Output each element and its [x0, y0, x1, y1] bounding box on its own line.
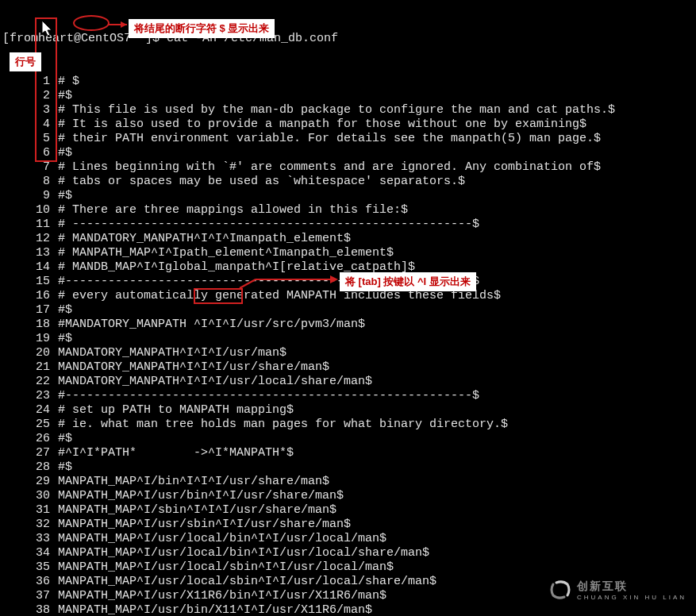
- line-content: #^I^I*PATH* ->^I*MANPATH*$: [58, 446, 696, 460]
- output-line: 5# their PATH environment variable. For …: [2, 132, 696, 146]
- line-number: 28: [2, 460, 58, 475]
- line-content: # $: [58, 75, 696, 89]
- line-content: MANPATH_MAP^I/sbin^I^I^I/usr/share/man$: [58, 503, 696, 518]
- output-line: 17#$: [2, 303, 696, 318]
- output-line: 6#$: [2, 146, 696, 160]
- terminal-window[interactable]: [fromheart@CentOS7 ~]$ cat -An /etc/man_…: [0, 0, 696, 616]
- output-line: 2#$: [2, 89, 696, 103]
- output-line: 38MANPATH_MAP^I/usr/bin/X11^I^I/usr/X11R…: [2, 603, 696, 616]
- output-line: 20MANDATORY_MANPATH^I^I^I/usr/man$: [2, 346, 696, 360]
- line-number: 38: [2, 603, 58, 616]
- line-content: # --------------------------------------…: [58, 218, 696, 232]
- line-number: 25: [2, 418, 58, 432]
- line-content: #$: [58, 332, 696, 346]
- line-number: 36: [2, 575, 58, 589]
- line-content: MANPATH_MAP^I/usr/bin^I^I/usr/share/man$: [58, 489, 696, 503]
- output-line: 33MANPATH_MAP^I/usr/local/bin^I^I/usr/lo…: [2, 532, 696, 546]
- line-number: 18: [2, 318, 58, 332]
- line-content: #$: [58, 303, 696, 318]
- output-line: 27#^I^I*PATH* ->^I*MANPATH*$: [2, 446, 696, 460]
- output-line: 19#$: [2, 332, 696, 346]
- line-content: MANPATH_MAP^I/usr/sbin^I^I/usr/share/man…: [58, 518, 696, 532]
- line-content: #$: [58, 189, 696, 203]
- line-number-highlight-box: [35, 17, 57, 162]
- line-number: 19: [2, 332, 58, 346]
- line-number: 14: [2, 260, 58, 275]
- line-number: 23: [2, 389, 58, 403]
- line-number: 33: [2, 532, 58, 546]
- tab-char-highlight-box: [194, 288, 243, 304]
- line-content: # ie. what man tree holds man pages for …: [58, 418, 696, 432]
- line-number: 37: [2, 589, 58, 603]
- logo-icon: [548, 578, 572, 602]
- output-line: 22MANDATORY_MANPATH^I^I^I/usr/local/shar…: [2, 375, 696, 389]
- output-line: 18#MANDATORY_MANPATH ^I^I^I/usr/src/pvm3…: [2, 318, 696, 332]
- line-number: 7: [2, 160, 58, 175]
- output-line: 31MANPATH_MAP^I/sbin^I^I^I/usr/share/man…: [2, 503, 696, 518]
- output-line: 1# $: [2, 75, 696, 89]
- output-line: 28#$: [2, 460, 696, 475]
- line-content: MANPATH_MAP^I/usr/local/bin^I^I/usr/loca…: [58, 546, 696, 560]
- line-number: 17: [2, 303, 58, 318]
- line-number: 35: [2, 560, 58, 575]
- line-number: 8: [2, 175, 58, 189]
- line-content: MANPATH_MAP^I/usr/local/sbin^I^I/usr/loc…: [58, 560, 696, 575]
- line-content: MANPATH_MAP^I/usr/local/bin^I^I/usr/loca…: [58, 532, 696, 546]
- output-line: 4# It is also used to provide a manpath …: [2, 117, 696, 132]
- output-line: 11# ------------------------------------…: [2, 218, 696, 232]
- line-content: # There are three mappings allowed in th…: [58, 203, 696, 218]
- line-number: 32: [2, 518, 58, 532]
- line-content: # MANPATH_MAP^I^Ipath_element^Imanpath_e…: [58, 246, 696, 260]
- line-content: #$: [58, 89, 696, 103]
- output-line: 25# ie. what man tree holds man pages fo…: [2, 418, 696, 432]
- line-content: MANPATH_MAP^I/usr/bin/X11^I^I/usr/X11R6/…: [58, 603, 696, 616]
- line-number: 31: [2, 503, 58, 518]
- line-content: MANDATORY_MANPATH^I^I^I/usr/local/share/…: [58, 375, 696, 389]
- line-number: 21: [2, 360, 58, 375]
- line-content: MANDATORY_MANPATH^I^I^I/usr/share/man$: [58, 360, 696, 375]
- line-content: #MANDATORY_MANPATH ^I^I^I/usr/src/pvm3/m…: [58, 318, 696, 332]
- line-content: # Lines beginning with `#' are comments …: [58, 160, 696, 175]
- line-number: 15: [2, 275, 58, 289]
- line-number-annotation: 行号: [10, 52, 41, 71]
- line-number: 12: [2, 232, 58, 246]
- line-content: # It is also used to provide a manpath f…: [58, 117, 696, 132]
- line-content: MANDATORY_MANPATH^I^I^I/usr/man$: [58, 346, 696, 360]
- output-line: 35MANPATH_MAP^I/usr/local/sbin^I^I/usr/l…: [2, 560, 696, 575]
- line-content: # set up PATH to MANPATH mapping$: [58, 403, 696, 418]
- output-line: 21MANDATORY_MANPATH^I^I^I/usr/share/man$: [2, 360, 696, 375]
- output-line: 29MANPATH_MAP^I/bin^I^I^I/usr/share/man$: [2, 475, 696, 489]
- output-line: 8# tabs or spaces may be used as `whites…: [2, 175, 696, 189]
- output-line: 13# MANPATH_MAP^I^Ipath_element^Imanpath…: [2, 246, 696, 260]
- file-output: 1# $2#$3# This file is used by the man-d…: [2, 75, 696, 616]
- line-number: 27: [2, 446, 58, 460]
- line-number: 9: [2, 189, 58, 203]
- output-line: 23#-------------------------------------…: [2, 389, 696, 403]
- line-number: 11: [2, 218, 58, 232]
- line-number: 34: [2, 546, 58, 560]
- output-line: 34MANPATH_MAP^I/usr/local/bin^I^I/usr/lo…: [2, 546, 696, 560]
- output-line: 30MANPATH_MAP^I/usr/bin^I^I/usr/share/ma…: [2, 489, 696, 503]
- line-content: # tabs or spaces may be used as `whitesp…: [58, 175, 696, 189]
- shell-prompt: [fromheart@CentOS7 ~]$ cat -An /etc/man_…: [2, 32, 696, 46]
- output-line: 3# This file is used by the man-db packa…: [2, 103, 696, 117]
- line-number: 22: [2, 375, 58, 389]
- line-content: # MANDATORY_MANPATH^I^I^Imanpath_element…: [58, 232, 696, 246]
- output-line: 10# There are three mappings allowed in …: [2, 203, 696, 218]
- logo-subtext: CHUANG XIN HU LIAN: [577, 594, 686, 601]
- output-line: 26#$: [2, 432, 696, 446]
- line-content: #$: [58, 460, 696, 475]
- tab-annotation: 将 [tab] 按键以 ^I 显示出来: [340, 272, 476, 291]
- output-line: 24# set up PATH to MANPATH mapping$: [2, 403, 696, 418]
- line-number: 30: [2, 489, 58, 503]
- line-number: 24: [2, 403, 58, 418]
- line-number: 29: [2, 475, 58, 489]
- output-line: 32MANPATH_MAP^I/usr/sbin^I^I/usr/share/m…: [2, 518, 696, 532]
- line-number: 16: [2, 289, 58, 303]
- logo-text: 创新互联: [577, 579, 628, 592]
- line-content: #$: [58, 146, 696, 160]
- line-content: #---------------------------------------…: [58, 389, 696, 403]
- line-content: # their PATH environment variable. For d…: [58, 132, 696, 146]
- line-number: 13: [2, 246, 58, 260]
- line-content: #$: [58, 432, 696, 446]
